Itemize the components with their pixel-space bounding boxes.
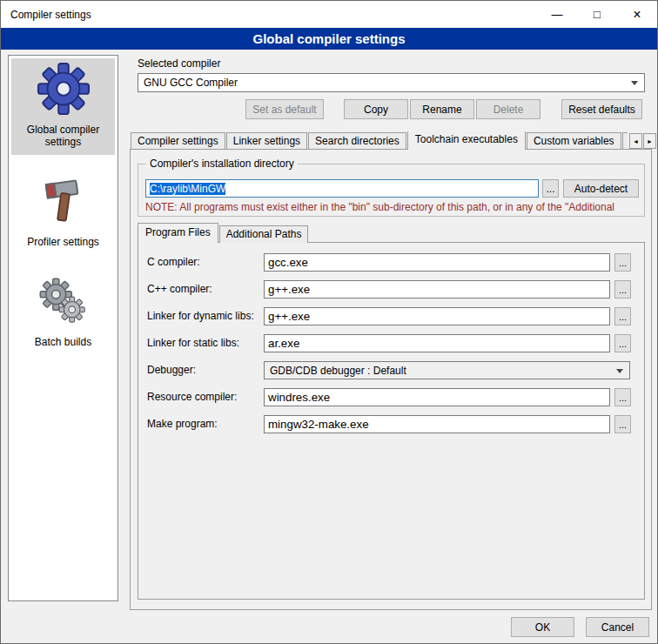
- batch-builds-gears-icon: [37, 274, 91, 328]
- form-row-resource-compiler: Resource compiler: ...: [138, 388, 644, 406]
- set-as-default-button[interactable]: Set as default: [245, 99, 324, 119]
- sidebar-item-label: Profiler settings: [27, 236, 99, 248]
- compiler-settings-dialog: Compiler settings — □ × Global compiler …: [0, 0, 658, 644]
- tab-build-options[interactable]: Buil: [622, 132, 628, 150]
- tab-search-directories[interactable]: Search directories: [308, 132, 406, 150]
- sidebar-item-batch-builds[interactable]: Batch builds: [11, 271, 115, 355]
- linker-dynamic-input[interactable]: [264, 307, 610, 325]
- settings-sidebar: Global compiler settings Profiler settin…: [8, 55, 118, 601]
- tab-linker-settings[interactable]: Linker settings: [226, 132, 307, 150]
- sidebar-item-label: Global compiler settings: [13, 124, 113, 148]
- debugger-label: Debugger:: [147, 364, 196, 376]
- compiler-select-value: GNU GCC Compiler: [144, 77, 238, 89]
- form-row-cpp-compiler: C++ compiler: ...: [138, 280, 644, 299]
- linker-static-label: Linker for static libs:: [147, 337, 239, 349]
- reset-defaults-button[interactable]: Reset defaults: [561, 99, 642, 119]
- debugger-select[interactable]: GDB/CDB debugger : Default: [264, 361, 630, 379]
- selected-compiler-label: Selected compiler: [138, 57, 220, 70]
- installation-directory-browse-button[interactable]: ...: [542, 179, 559, 198]
- ok-button[interactable]: OK: [511, 617, 574, 637]
- installation-directory-note: NOTE: All programs must exist either in …: [145, 201, 647, 213]
- debugger-select-value: GDB/CDB debugger : Default: [270, 365, 406, 377]
- installation-directory-group-label: Compiler's installation directory: [146, 158, 298, 170]
- cpp-compiler-input[interactable]: [264, 280, 610, 299]
- copy-button[interactable]: Copy: [344, 99, 408, 119]
- maximize-button[interactable]: □: [577, 1, 617, 28]
- page-title: Global compiler settings: [1, 28, 657, 50]
- program-files-tabbar: Program Files Additional Paths: [138, 225, 309, 243]
- cpp-compiler-browse-button[interactable]: ...: [614, 280, 631, 299]
- tab-scroll-left-button[interactable]: ◄: [629, 133, 642, 149]
- cancel-button[interactable]: Cancel: [586, 617, 649, 637]
- sidebar-item-global-compiler-settings[interactable]: Global compiler settings: [11, 58, 115, 155]
- resource-compiler-browse-button[interactable]: ...: [614, 388, 631, 406]
- window-controls: — □ ×: [537, 1, 657, 28]
- auto-detect-button[interactable]: Auto-detect: [563, 179, 639, 198]
- minimize-button[interactable]: —: [537, 1, 577, 28]
- program-files-panel: C compiler: ... C++ compiler: ... Linker…: [138, 242, 645, 600]
- sidebar-item-profiler-settings[interactable]: Profiler settings: [11, 171, 115, 255]
- rename-button[interactable]: Rename: [410, 99, 474, 119]
- blue-gear-icon: [37, 62, 91, 116]
- resource-compiler-label: Resource compiler:: [147, 391, 237, 403]
- sidebar-item-label: Batch builds: [35, 336, 91, 348]
- form-row-linker-static: Linker for static libs: ...: [138, 334, 644, 352]
- profiler-hammer-icon: [37, 174, 91, 228]
- form-row-make-program: Make program: ...: [138, 415, 644, 433]
- make-program-label: Make program:: [147, 418, 218, 430]
- settings-tabbar: Compiler settings Linker settings Search…: [131, 131, 628, 150]
- tab-toolchain-executables[interactable]: Toolchain executables: [407, 131, 526, 150]
- linker-dynamic-browse-button[interactable]: ...: [614, 307, 631, 325]
- close-button[interactable]: ×: [617, 1, 657, 28]
- linker-static-browse-button[interactable]: ...: [614, 334, 631, 352]
- window-title: Compiler settings: [1, 9, 91, 21]
- form-row-c-compiler: C compiler: ...: [138, 253, 644, 272]
- make-program-input[interactable]: [264, 415, 610, 433]
- installation-directory-input[interactable]: C:\raylib\MinGW: [145, 179, 539, 198]
- titlebar[interactable]: Compiler settings — □ ×: [1, 1, 657, 28]
- c-compiler-input[interactable]: [264, 253, 610, 272]
- tab-custom-variables[interactable]: Custom variables: [527, 132, 621, 150]
- form-row-linker-dynamic: Linker for dynamic libs: ...: [138, 307, 644, 325]
- c-compiler-browse-button[interactable]: ...: [614, 253, 631, 272]
- linker-static-input[interactable]: [264, 334, 610, 352]
- chevron-down-icon: [616, 369, 623, 373]
- make-program-browse-button[interactable]: ...: [614, 415, 631, 433]
- delete-button[interactable]: Delete: [476, 99, 540, 119]
- tab-scroll-right-button[interactable]: ►: [643, 133, 656, 149]
- resource-compiler-input[interactable]: [264, 388, 610, 406]
- compiler-select[interactable]: GNU GCC Compiler: [138, 73, 645, 92]
- tab-program-files[interactable]: Program Files: [138, 223, 218, 243]
- c-compiler-label: C compiler:: [147, 256, 200, 268]
- form-row-debugger: Debugger: GDB/CDB debugger : Default: [138, 361, 644, 379]
- chevron-down-icon: [631, 81, 638, 85]
- cpp-compiler-label: C++ compiler:: [147, 283, 212, 295]
- installation-directory-selected-text: C:\raylib\MinGW: [150, 183, 225, 195]
- tab-additional-paths[interactable]: Additional Paths: [219, 225, 309, 243]
- linker-dynamic-label: Linker for dynamic libs:: [147, 310, 254, 322]
- tab-compiler-settings[interactable]: Compiler settings: [131, 132, 225, 150]
